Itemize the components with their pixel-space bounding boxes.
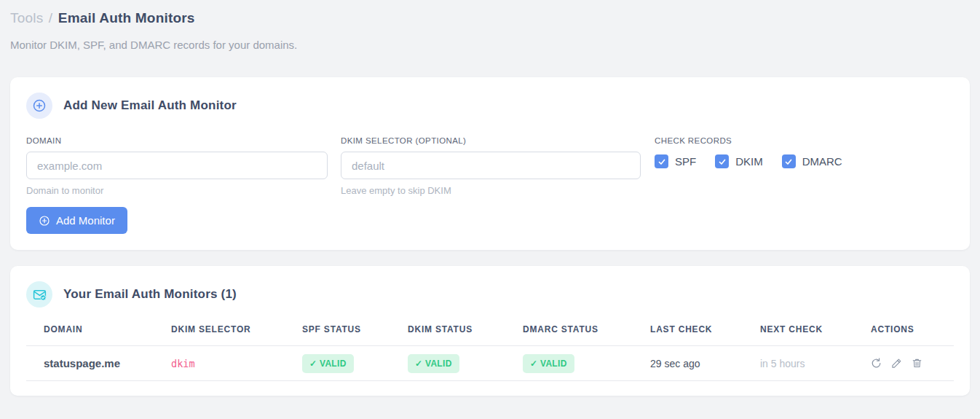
refresh-icon[interactable] (871, 358, 882, 369)
table-row: statuspage.me dkim ✓ VALID ✓ VALID ✓ VAL… (26, 346, 954, 381)
dkim-selector-field-group: DKIM SELECTOR (OPTIONAL) Leave empty to … (341, 136, 641, 196)
breadcrumb: Tools / Email Auth Monitors (10, 10, 970, 26)
dkim-valid-badge: ✓ VALID (408, 354, 459, 373)
dmarc-valid-badge: ✓ VALID (523, 354, 574, 373)
monitor-domain: statuspage.me (26, 357, 154, 369)
trash-icon[interactable] (912, 358, 922, 369)
page-header: Tools / Email Auth Monitors Monitor DKIM… (0, 9, 980, 51)
col-header-actions: ACTIONS (853, 324, 954, 334)
checkbox-checked-icon (715, 154, 729, 168)
edit-pencil-icon[interactable] (891, 358, 902, 369)
checkbox-dkim-label: DKIM (735, 155, 763, 168)
checkbox-spf-label: SPF (675, 155, 696, 168)
checkbox-dmarc[interactable]: DMARC (782, 154, 842, 168)
checkbox-spf[interactable]: SPF (655, 154, 696, 168)
monitor-next-check: in 5 hours (743, 358, 853, 369)
dkim-selector-input[interactable] (341, 152, 641, 179)
add-monitor-form: DOMAIN Domain to monitor DKIM SELECTOR (… (26, 136, 954, 196)
email-auth-monitors-page: Tools / Email Auth Monitors Monitor DKIM… (0, 0, 980, 419)
breadcrumb-separator: / (47, 10, 54, 26)
dkim-selector-field-label: DKIM SELECTOR (OPTIONAL) (341, 136, 641, 145)
spf-valid-badge: ✓ VALID (302, 354, 354, 373)
domain-input[interactable] (26, 152, 328, 179)
add-monitor-card-title: Add New Email Auth Monitor (63, 98, 237, 113)
monitors-table-header: DOMAIN DKIM SELECTOR SPF STATUS DKIM STA… (26, 324, 954, 346)
col-header-domain: DOMAIN (26, 324, 154, 334)
monitor-last-check: 29 sec ago (633, 358, 743, 369)
checkbox-checked-icon (655, 154, 668, 168)
monitors-card-header: Your Email Auth Monitors (1) (26, 281, 954, 308)
plus-circle-icon (39, 215, 50, 227)
dmarc-status-cell: ✓ VALID (505, 354, 633, 373)
check-records-label: CHECK RECORDS (655, 136, 954, 145)
monitor-dkim-selector: dkim (154, 358, 285, 369)
monitors-list-card: Your Email Auth Monitors (1) DOMAIN DKIM… (10, 266, 970, 396)
domain-field-label: DOMAIN (26, 136, 328, 145)
breadcrumb-tools-link[interactable]: Tools (10, 10, 43, 26)
add-monitor-card-header: Add New Email Auth Monitor (26, 93, 954, 119)
dkim-status-cell: ✓ VALID (390, 354, 505, 373)
checkbox-checked-icon (782, 154, 796, 168)
monitors-table: DOMAIN DKIM SELECTOR SPF STATUS DKIM STA… (26, 324, 954, 381)
col-header-dkim-selector: DKIM SELECTOR (154, 324, 285, 334)
monitors-card-title: Your Email Auth Monitors (1) (63, 287, 237, 302)
domain-field-hint: Domain to monitor (26, 185, 328, 196)
add-monitor-button-label: Add Monitor (56, 214, 115, 227)
row-actions (853, 358, 954, 369)
page-subtitle: Monitor DKIM, SPF, and DMARC records for… (10, 39, 970, 51)
plus-circle-icon (26, 93, 52, 119)
col-header-dkim-status: DKIM STATUS (390, 324, 505, 334)
page-title: Email Auth Monitors (58, 10, 195, 26)
check-records-row: SPF DKIM DMARC (655, 154, 954, 168)
col-header-spf-status: SPF STATUS (285, 324, 390, 334)
col-header-dmarc-status: DMARC STATUS (505, 324, 633, 334)
add-monitor-button[interactable]: Add Monitor (26, 207, 127, 234)
envelope-check-icon (26, 281, 52, 308)
spf-status-cell: ✓ VALID (285, 354, 390, 373)
domain-field-group: DOMAIN Domain to monitor (26, 136, 328, 196)
checkbox-dmarc-label: DMARC (802, 155, 842, 168)
add-monitor-card: Add New Email Auth Monitor DOMAIN Domain… (10, 77, 970, 250)
check-records-group: CHECK RECORDS SPF DKIM (655, 136, 954, 168)
checkbox-dkim[interactable]: DKIM (715, 154, 763, 168)
col-header-next-check: NEXT CHECK (743, 324, 853, 334)
dkim-selector-field-hint: Leave empty to skip DKIM (341, 185, 641, 196)
col-header-last-check: LAST CHECK (633, 324, 743, 334)
